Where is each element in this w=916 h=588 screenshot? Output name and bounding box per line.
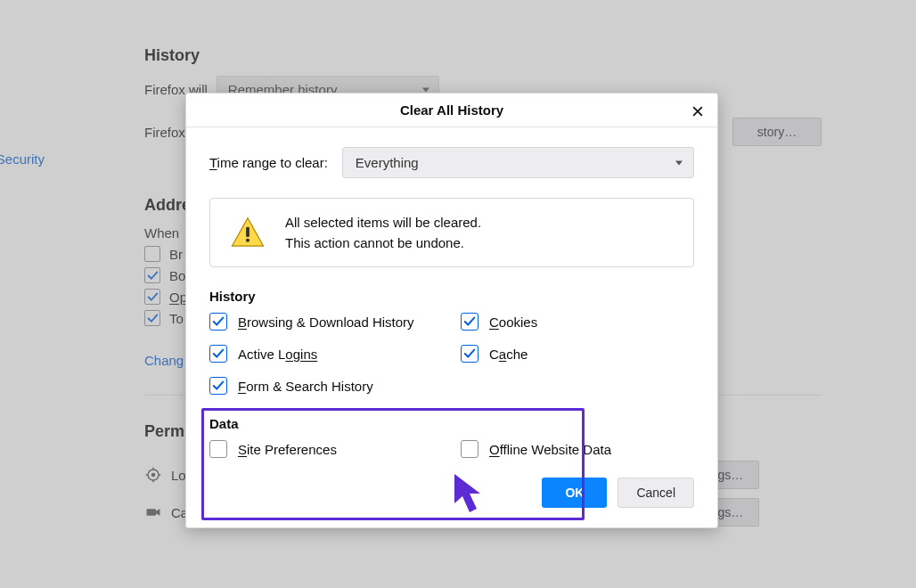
check-form-search-history[interactable]: Form & Search History bbox=[209, 377, 443, 395]
time-range-label: Time range to clear: bbox=[209, 155, 328, 170]
time-range-row: Time range to clear: Everything bbox=[209, 147, 694, 178]
check-icon bbox=[212, 380, 225, 392]
check-icon bbox=[212, 315, 225, 328]
check-icon bbox=[212, 347, 225, 360]
checkbox[interactable] bbox=[461, 313, 478, 331]
checkbox[interactable] bbox=[461, 345, 478, 363]
check-label: Browsing & Download History bbox=[238, 314, 414, 330]
check-icon bbox=[463, 347, 476, 360]
check-label: Cookies bbox=[489, 314, 537, 330]
svg-point-8 bbox=[246, 239, 249, 242]
history-section-title: History bbox=[209, 289, 694, 304]
dialog-title: Clear All History bbox=[400, 102, 503, 118]
dialog-close-button[interactable] bbox=[687, 101, 708, 122]
ok-button[interactable]: OK bbox=[542, 478, 607, 508]
check-cookies[interactable]: Cookies bbox=[461, 313, 694, 331]
check-label: Offline Website Data bbox=[489, 442, 611, 457]
clear-history-dialog: Clear All History Time range to clear: E… bbox=[185, 93, 718, 528]
svg-rect-7 bbox=[246, 227, 249, 237]
data-checks-grid: Site Preferences Offline Website Data bbox=[209, 440, 694, 458]
check-label: Cache bbox=[489, 347, 528, 362]
checkbox[interactable] bbox=[209, 345, 227, 363]
data-section-title: Data bbox=[209, 416, 694, 431]
check-label: Form & Search History bbox=[238, 379, 373, 394]
close-icon bbox=[691, 105, 704, 118]
history-checks-grid: Browsing & Download History Cookies Acti… bbox=[209, 313, 694, 395]
check-active-logins[interactable]: Active Logins bbox=[209, 345, 443, 363]
warning-box: All selected items will be cleared. This… bbox=[209, 198, 694, 267]
check-label: Active Logins bbox=[238, 347, 317, 362]
check-icon bbox=[463, 315, 476, 328]
dialog-footer: OK Cancel bbox=[186, 478, 717, 527]
warning-icon bbox=[230, 215, 266, 250]
warning-text: All selected items will be cleared. This… bbox=[285, 215, 481, 250]
cancel-button[interactable]: Cancel bbox=[617, 478, 694, 508]
checkbox[interactable] bbox=[209, 440, 227, 458]
check-site-preferences[interactable]: Site Preferences bbox=[209, 440, 443, 458]
time-range-select[interactable]: Everything bbox=[342, 147, 694, 178]
check-cache[interactable]: Cache bbox=[461, 345, 694, 363]
check-offline-website-data[interactable]: Offline Website Data bbox=[461, 440, 694, 458]
checkbox[interactable] bbox=[209, 377, 227, 395]
checkbox[interactable] bbox=[209, 313, 227, 331]
checkbox[interactable] bbox=[461, 440, 478, 458]
check-browsing-download-history[interactable]: Browsing & Download History bbox=[209, 313, 443, 331]
check-label: Site Preferences bbox=[238, 442, 337, 457]
warning-line-2: This action cannot be undone. bbox=[285, 235, 481, 250]
dialog-body: Time range to clear: Everything All sele… bbox=[186, 127, 717, 478]
warning-line-1: All selected items will be cleared. bbox=[285, 215, 481, 230]
dialog-header: Clear All History bbox=[186, 94, 717, 127]
